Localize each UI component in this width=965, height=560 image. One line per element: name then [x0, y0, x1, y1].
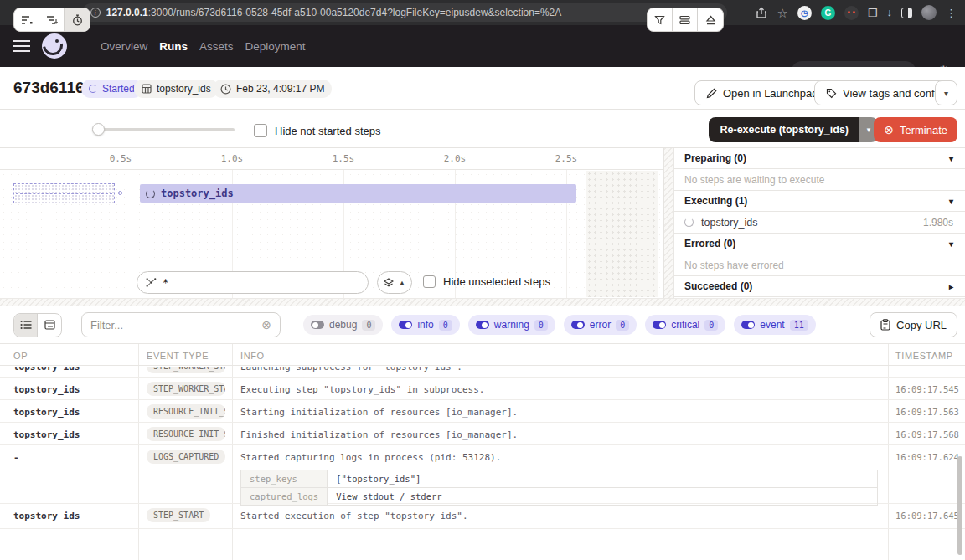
- log-level-chip-warning[interactable]: warning 0: [468, 315, 555, 335]
- log-list-view-button[interactable]: [14, 314, 38, 337]
- slider-thumb[interactable]: [92, 123, 105, 136]
- view-stdout-stderr-link[interactable]: View stdout / stderr: [328, 488, 878, 506]
- section-title: Preparing (0): [684, 152, 746, 164]
- executing-step-row[interactable]: topstory_ids 1.980s: [674, 212, 965, 234]
- profile-avatar[interactable]: [921, 5, 937, 20]
- log-level-chip-event[interactable]: event 11: [734, 315, 815, 335]
- log-level-chip-critical[interactable]: critical 0: [645, 315, 725, 335]
- section-errored[interactable]: Errored (0) ▾: [674, 234, 965, 254]
- log-info: Executing step "topstory_ids" in subproc…: [240, 384, 484, 395]
- empty-text: No steps have errored: [684, 259, 784, 271]
- log-view-mode-group: [13, 313, 62, 337]
- side-panel-icon[interactable]: [901, 8, 912, 18]
- nav-link-assets[interactable]: Assets: [199, 40, 234, 53]
- log-structured-view-button[interactable]: [38, 314, 61, 337]
- meta-value: ["topstory_ids"]: [328, 470, 878, 488]
- section-preparing[interactable]: Preparing (0) ▾: [674, 148, 965, 169]
- step-selection-value[interactable]: [163, 277, 359, 289]
- log-op: topstory_ids: [13, 511, 80, 521]
- section-title: Succeeded (0): [684, 280, 752, 292]
- waterfall-view-button[interactable]: [39, 8, 65, 31]
- hide-unselected-control: Hide unselected steps: [423, 275, 550, 288]
- grammarly-extension-icon[interactable]: G: [821, 6, 835, 20]
- graph-zoom-button[interactable]: ▲: [377, 271, 412, 294]
- collapse-rows-button[interactable]: [673, 8, 698, 31]
- extensions-puzzle-icon[interactable]: ❒: [868, 7, 878, 19]
- axis-tick: 1.0s: [221, 153, 244, 164]
- reexecute-button[interactable]: Re-execute (topstory_ids): [709, 117, 859, 142]
- chip-label: critical: [671, 319, 699, 331]
- share-icon[interactable]: [756, 7, 767, 18]
- timed-view-button[interactable]: [65, 8, 90, 31]
- log-table-body[interactable]: topstory_ids STEP_WORKER_STARTI.. Launch…: [0, 367, 965, 560]
- chip-count: 0: [362, 320, 375, 331]
- log-row[interactable]: topstory_ids STEP_WORKER_STARTI.. Launch…: [0, 367, 965, 378]
- gantt-zoom-slider[interactable]: [94, 128, 235, 131]
- funnel-icon: [654, 15, 665, 25]
- extension-icon-2[interactable]: [844, 6, 859, 20]
- filter-funnel-button[interactable]: [648, 8, 673, 31]
- extension-icon-1[interactable]: ◷: [797, 6, 812, 20]
- log-row[interactable]: - LOGS_CAPTURED Started capturing logs i…: [0, 445, 965, 504]
- hamburger-menu-icon[interactable]: [13, 40, 30, 52]
- gantt-minimap-box[interactable]: [13, 183, 115, 203]
- run-status-badge: Started: [81, 80, 142, 98]
- chip-label: error: [590, 319, 611, 331]
- job-name-tag[interactable]: topstory_ids: [134, 80, 219, 98]
- url-bar[interactable]: i 127.0.0.1:3000/runs/673d6116-0528-45df…: [82, 3, 727, 22]
- chip-count: 0: [534, 320, 548, 331]
- terminate-button[interactable]: ⊗ Terminate: [874, 117, 957, 142]
- clear-filter-icon[interactable]: ⊗: [261, 318, 271, 331]
- event-type-badge: RESOURCE_INIT_SUCC..: [147, 427, 225, 441]
- hide-unselected-checkbox[interactable]: [423, 275, 436, 288]
- site-info-icon[interactable]: i: [90, 8, 101, 18]
- browser-menu-icon[interactable]: ⋮: [946, 7, 957, 19]
- log-row[interactable]: topstory_ids STEP_START Started executio…: [0, 504, 965, 529]
- open-in-launchpad-button[interactable]: Open in Launchpad: [694, 80, 829, 105]
- open-in-launchpad-label: Open in Launchpad: [723, 87, 818, 100]
- log-filter-field[interactable]: ⊗: [81, 312, 281, 337]
- log-level-chips: debug 0 info 0 warning 0 error 0 critica…: [303, 315, 816, 335]
- nav-link-deployment[interactable]: Deployment: [245, 40, 306, 53]
- spinner-icon: [684, 218, 694, 227]
- hide-not-started-checkbox[interactable]: [254, 124, 267, 137]
- run-start-time-tag: Feb 23, 4:09:17 PM: [213, 80, 332, 98]
- waterfall-icon: [46, 15, 58, 25]
- log-row[interactable]: topstory_ids STEP_WORKER_STARTED Executi…: [0, 378, 965, 400]
- vertical-splitter[interactable]: [664, 148, 674, 298]
- expand-all-button[interactable]: [698, 8, 723, 31]
- errored-empty-state: No steps have errored: [674, 254, 965, 276]
- bookmark-star-icon[interactable]: ☆: [777, 7, 787, 19]
- section-title: Executing (1): [684, 195, 747, 207]
- log-info: Finished initialization of resources [io…: [240, 429, 518, 440]
- copy-url-button[interactable]: Copy URL: [870, 312, 957, 337]
- log-level-chip-debug[interactable]: debug 0: [303, 315, 383, 335]
- log-row[interactable]: topstory_ids RESOURCE_INIT_STAR.. Starti…: [0, 400, 965, 423]
- nav-link-overview[interactable]: Overview: [101, 40, 147, 53]
- log-level-chip-info[interactable]: info 0: [391, 315, 459, 335]
- toggle-on-icon: [571, 321, 585, 329]
- view-tags-config-label: View tags and config: [843, 87, 943, 100]
- log-timestamp: 16:09:17.563: [895, 407, 959, 417]
- gantt-step-bar[interactable]: topstory_ids: [140, 184, 576, 203]
- log-toolbar: ⊗ debug 0 info 0 warning 0 error 0: [0, 306, 965, 343]
- log-filter-input[interactable]: [90, 319, 261, 331]
- axis-tick: 1.5s: [333, 153, 355, 164]
- section-succeeded[interactable]: Succeeded (0) ▸: [674, 276, 965, 297]
- downloads-icon[interactable]: ↓: [887, 8, 893, 18]
- log-level-chip-error[interactable]: error 0: [564, 315, 637, 335]
- log-row[interactable]: topstory_ids RESOURCE_INIT_SUCC.. Finish…: [0, 423, 965, 445]
- horizontal-splitter[interactable]: [0, 298, 965, 306]
- run-more-actions-button[interactable]: ▾: [935, 80, 957, 105]
- hide-unselected-label: Hide unselected steps: [443, 275, 550, 288]
- step-selection-input[interactable]: [137, 271, 369, 294]
- nav-link-runs[interactable]: Runs: [159, 40, 188, 53]
- log-scrollbar-thumb[interactable]: [957, 456, 962, 555]
- toggle-on-icon: [653, 321, 666, 329]
- section-executing[interactable]: Executing (1) ▾: [674, 191, 965, 212]
- pencil-icon: [706, 88, 717, 99]
- flatten-view-button[interactable]: [14, 8, 39, 31]
- dagster-logo[interactable]: [42, 33, 67, 59]
- view-tags-config-button[interactable]: View tags and config: [814, 80, 955, 105]
- list-icon: [20, 320, 32, 330]
